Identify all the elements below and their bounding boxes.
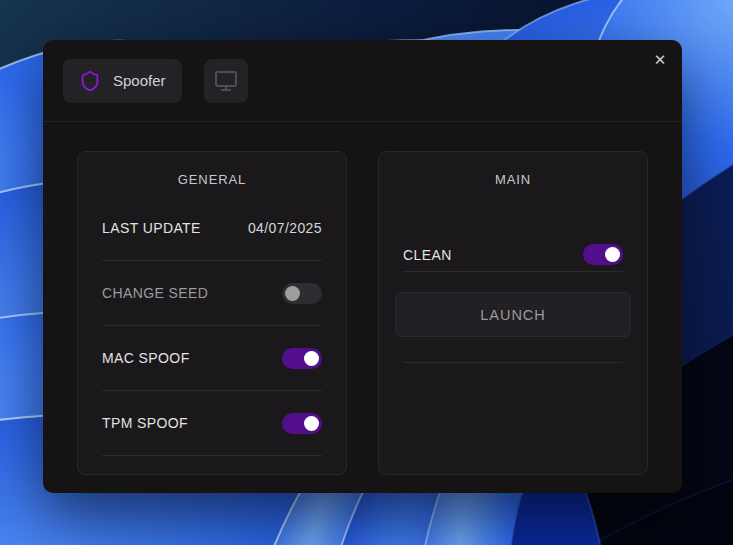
tab-spoofer[interactable]: Spoofer <box>63 59 182 103</box>
launch-button[interactable]: LAUNCH <box>395 292 631 337</box>
app-window: ✕ Spoofer <box>43 40 682 493</box>
row-tpm-spoof: TPM SPOOF <box>102 391 322 456</box>
panel-main: MAIN CLEAN LAUNCH <box>378 151 648 475</box>
mac-spoof-label: MAC SPOOF <box>102 350 190 366</box>
toggle-knob <box>605 247 620 262</box>
close-button[interactable]: ✕ <box>648 48 672 72</box>
divider <box>403 362 623 363</box>
toggle-knob <box>304 416 319 431</box>
desktop: ✕ Spoofer <box>0 0 733 545</box>
mac-spoof-toggle[interactable] <box>282 348 322 369</box>
tab-monitor[interactable] <box>204 59 248 103</box>
last-update-value: 04/07/2025 <box>248 220 322 236</box>
panel-general-title: GENERAL <box>102 172 322 188</box>
window-header: Spoofer <box>43 40 682 122</box>
toggle-knob <box>285 286 300 301</box>
toggle-knob <box>304 351 319 366</box>
tab-spoofer-label: Spoofer <box>113 72 166 89</box>
row-mac-spoof: MAC SPOOF <box>102 326 322 391</box>
monitor-icon <box>214 69 238 93</box>
panel-general: GENERAL LAST UPDATE 04/07/2025 CHANGE SE… <box>77 151 347 475</box>
clean-toggle[interactable] <box>583 244 623 265</box>
panel-main-title: MAIN <box>403 172 623 188</box>
window-content: GENERAL LAST UPDATE 04/07/2025 CHANGE SE… <box>43 122 682 475</box>
row-change-seed: CHANGE SEED <box>102 261 322 326</box>
change-seed-toggle[interactable] <box>282 283 322 304</box>
tpm-spoof-label: TPM SPOOF <box>102 415 188 431</box>
tpm-spoof-toggle[interactable] <box>282 413 322 434</box>
change-seed-label: CHANGE SEED <box>102 285 208 301</box>
row-clean: CLEAN <box>403 238 623 272</box>
last-update-label: LAST UPDATE <box>102 220 201 236</box>
clean-label: CLEAN <box>403 247 452 263</box>
shield-icon <box>79 70 101 92</box>
row-last-update: LAST UPDATE 04/07/2025 <box>102 196 322 261</box>
close-icon: ✕ <box>654 51 667 68</box>
